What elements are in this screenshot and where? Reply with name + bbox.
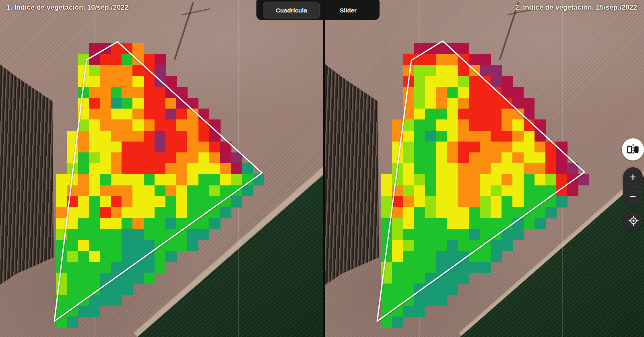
- my-location-icon: [628, 215, 639, 226]
- map-title-right: 2. Índice de vegetación, 15/sep./2022: [515, 4, 637, 12]
- zoom-control: + −: [623, 167, 643, 206]
- locate-button[interactable]: [623, 211, 643, 230]
- zoom-out-button[interactable]: −: [623, 187, 643, 206]
- field-boundary: [325, 0, 644, 337]
- zoom-in-button[interactable]: +: [623, 167, 643, 187]
- map-panel-left[interactable]: [0, 0, 324, 337]
- app-viewport: 1. Índice de vegetación, 10/sep./2022 2.…: [0, 0, 644, 337]
- toggle-option-cuadricula[interactable]: Cuadrícula: [263, 2, 320, 18]
- compare-view-button[interactable]: [622, 138, 644, 160]
- field-boundary: [0, 0, 324, 337]
- compare-split-icon: [626, 144, 640, 156]
- map-title-left: 1. Índice de vegetación, 10/sep./2022: [6, 4, 128, 12]
- map-panel-right[interactable]: [325, 0, 644, 337]
- panel-divider: [323, 0, 325, 337]
- toggle-option-slider[interactable]: Slider: [320, 2, 376, 18]
- view-mode-toggle: Cuadrícula Slider: [256, 0, 380, 20]
